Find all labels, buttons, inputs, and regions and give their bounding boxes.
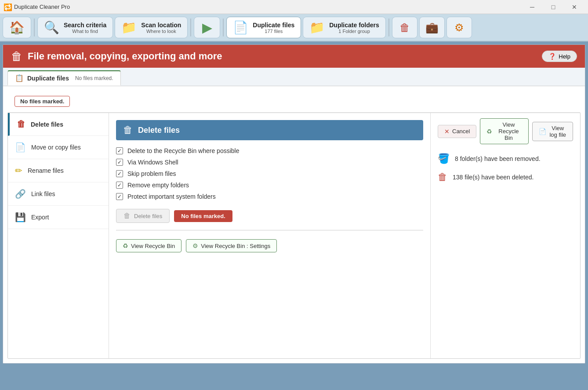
rename-label: Rename files bbox=[28, 167, 64, 174]
home-button[interactable]: 🏠 bbox=[3, 17, 31, 38]
tab-bar: 📋 Duplicate files No files marked. bbox=[3, 68, 585, 86]
right-panel: ✕ Cancel ♻ View Recycle Bin 📄 View log f… bbox=[431, 113, 580, 358]
separator-2 bbox=[190, 18, 191, 36]
duplicate-files-label: Duplicate files bbox=[253, 22, 294, 29]
window-controls: ─ □ ✕ bbox=[522, 0, 584, 14]
settings-icon: ⚙ bbox=[454, 22, 464, 34]
toolbar: 🏠 🔍 Search criteria What to find 📁 Scan … bbox=[0, 14, 588, 42]
duplicate-folders-sublabel: 1 Folder group bbox=[329, 29, 379, 34]
scan-location-icon: 📁 bbox=[121, 22, 137, 34]
duplicate-files-icon: 📄 bbox=[233, 22, 248, 34]
tab-label: Duplicate files bbox=[27, 75, 69, 82]
sidebar-item-export[interactable]: 💾 Export bbox=[8, 206, 109, 229]
sidebar-item-delete-files[interactable]: 🗑 Delete files bbox=[8, 113, 109, 136]
option-skip-checkbox[interactable]: ✓ bbox=[116, 170, 123, 177]
inner-window: 🗑 File removal, copying, exporting and m… bbox=[3, 44, 585, 364]
app-content: 🗑 File removal, copying, exporting and m… bbox=[0, 42, 588, 366]
cancel-icon: ✕ bbox=[444, 128, 450, 135]
main-area: No files marked. 🗑 Delete files 📄 Move o… bbox=[3, 86, 585, 363]
duplicate-folders-label: Duplicate folders bbox=[329, 22, 379, 29]
view-recycle-bin-button[interactable]: ♻ View Recycle Bin bbox=[116, 239, 181, 252]
recycle-btn-icon: ♻ bbox=[123, 242, 128, 249]
duplicate-files-button[interactable]: 📄 Duplicate files 177 files bbox=[226, 17, 301, 38]
brush-icon: 🪣 bbox=[438, 153, 450, 164]
export-label: Export bbox=[31, 214, 49, 221]
action-header-icon: 🗑 bbox=[123, 124, 133, 136]
left-sidebar: 🗑 Delete files 📄 Move or copy files ✏ Re… bbox=[8, 113, 109, 358]
app-icon: 🔁 bbox=[4, 3, 11, 11]
search-criteria-button[interactable]: 🔍 Search criteria What to find bbox=[37, 17, 113, 38]
duplicate-files-tab[interactable]: 📋 Duplicate files No files marked. bbox=[7, 70, 121, 86]
delete-files-label: Delete files bbox=[31, 121, 63, 128]
recycle-btn-label: View Recycle Bin bbox=[131, 243, 175, 249]
folders-removed-msg: 8 folder(s) have been removed. bbox=[455, 155, 541, 162]
search-criteria-label: Search criteria bbox=[64, 22, 106, 29]
help-button[interactable]: ❓ Help bbox=[542, 51, 577, 62]
action-header-title: Delete files bbox=[138, 126, 180, 135]
scan-location-sublabel: Where to look bbox=[141, 29, 181, 34]
recycle-settings-icon: ⚙ bbox=[192, 242, 198, 249]
no-files-badge: No files marked. bbox=[15, 96, 70, 107]
right-top-buttons: ✕ Cancel ♻ View Recycle Bin 📄 View log f… bbox=[438, 118, 573, 144]
action-delete-button[interactable]: 🗑 bbox=[392, 17, 417, 38]
option-skip-label: Skip problem files bbox=[127, 170, 176, 177]
view-log-icon: 📄 bbox=[539, 128, 546, 135]
view-log-button[interactable]: 📄 View log file bbox=[532, 122, 573, 141]
option-empty-label: Remove empty folders bbox=[127, 182, 189, 189]
option-shell: ✓ Via Windows Shell bbox=[116, 159, 423, 166]
files-deleted-status: 🗑 138 file(s) have been deleted. bbox=[438, 170, 573, 185]
link-label: Link files bbox=[31, 190, 55, 197]
trash-icon: 🗑 bbox=[438, 171, 447, 183]
link-icon: 🔗 bbox=[15, 189, 26, 199]
action-header: 🗑 Delete files bbox=[116, 120, 423, 140]
help-icon: ❓ bbox=[548, 53, 556, 60]
option-protect-label: Protect important system folders bbox=[127, 193, 216, 200]
minimize-button[interactable]: ─ bbox=[522, 0, 542, 14]
option-shell-checkbox[interactable]: ✓ bbox=[116, 159, 123, 166]
duplicate-folders-icon: 📁 bbox=[309, 22, 325, 34]
recycle-settings-button[interactable]: ⚙ View Recycle Bin : Settings bbox=[186, 239, 277, 252]
view-recycle-bin-right-button[interactable]: ♻ View Recycle Bin bbox=[480, 118, 529, 144]
action-portfolio-button[interactable]: 💼 bbox=[419, 17, 445, 38]
bottom-buttons: ♻ View Recycle Bin ⚙ View Recycle Bin : … bbox=[116, 239, 423, 252]
settings-button[interactable]: ⚙ bbox=[446, 17, 472, 38]
option-recycle-checkbox[interactable]: ✓ bbox=[116, 147, 123, 154]
close-button[interactable]: ✕ bbox=[564, 0, 584, 14]
files-deleted-msg: 138 file(s) have been deleted. bbox=[453, 174, 534, 181]
panels-row: 🗑 Delete files 📄 Move or copy files ✏ Re… bbox=[7, 113, 581, 359]
option-empty: ✓ Remove empty folders bbox=[116, 182, 423, 189]
scan-location-button[interactable]: 📁 Scan location Where to look bbox=[115, 17, 188, 38]
banner: 🗑 File removal, copying, exporting and m… bbox=[3, 45, 585, 68]
separator-4 bbox=[388, 18, 389, 36]
option-protect: ✓ Protect important system folders bbox=[116, 193, 423, 200]
option-recycle: ✓ Delete to the Recycle Bin where possib… bbox=[116, 147, 423, 154]
option-empty-checkbox[interactable]: ✓ bbox=[116, 182, 123, 189]
action-buttons: 🗑 Delete files No files marked. bbox=[116, 209, 423, 223]
scan-location-label: Scan location bbox=[141, 22, 181, 29]
separator-1 bbox=[34, 18, 35, 36]
banner-title: File removal, copying, exporting and mor… bbox=[28, 51, 537, 62]
delete-files-btn-label: Delete files bbox=[134, 213, 162, 219]
run-button[interactable]: ▶ bbox=[194, 17, 220, 38]
option-protect-checkbox[interactable]: ✓ bbox=[116, 193, 123, 200]
duplicate-folders-button[interactable]: 📁 Duplicate folders 1 Folder group bbox=[303, 17, 386, 38]
maximize-button[interactable]: □ bbox=[543, 0, 563, 14]
action-delete-icon: 🗑 bbox=[399, 22, 410, 34]
option-shell-label: Via Windows Shell bbox=[127, 159, 178, 166]
sidebar-item-move-copy[interactable]: 📄 Move or copy files bbox=[8, 136, 109, 159]
duplicate-files-sublabel: 177 files bbox=[253, 29, 294, 34]
cancel-label: Cancel bbox=[452, 128, 470, 135]
sidebar-item-link[interactable]: 🔗 Link files bbox=[8, 182, 109, 206]
option-recycle-label: Delete to the Recycle Bin where possible bbox=[127, 147, 239, 154]
cancel-button[interactable]: ✕ Cancel bbox=[438, 125, 476, 138]
recycle-settings-label: View Recycle Bin : Settings bbox=[201, 243, 270, 249]
sidebar-item-rename[interactable]: ✏ Rename files bbox=[8, 159, 109, 182]
rename-icon: ✏ bbox=[15, 165, 22, 176]
folders-removed-status: 🪣 8 folder(s) have been removed. bbox=[438, 151, 573, 166]
tab-icon: 📋 bbox=[15, 74, 24, 82]
export-icon: 💾 bbox=[15, 212, 26, 222]
tab-badge: No files marked. bbox=[75, 75, 113, 81]
no-files-label: No files marked. bbox=[174, 210, 232, 222]
delete-files-button[interactable]: 🗑 Delete files bbox=[116, 209, 170, 223]
center-panel: 🗑 Delete files ✓ Delete to the Recycle B… bbox=[109, 113, 431, 358]
